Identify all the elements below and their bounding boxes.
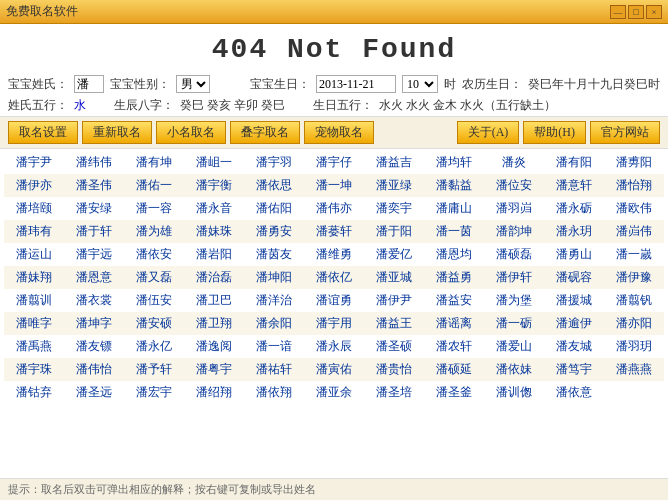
name-cell[interactable]: 潘一茵 — [424, 220, 484, 243]
name-cell[interactable]: 潘佑阳 — [244, 197, 304, 220]
name-cell[interactable]: 潘逸阅 — [184, 335, 244, 358]
name-cell[interactable]: 潘砚容 — [544, 266, 604, 289]
rename-button[interactable]: 重新取名 — [82, 121, 152, 144]
nickname-button[interactable]: 小名取名 — [156, 121, 226, 144]
name-cell[interactable]: 潘硕延 — [424, 358, 484, 381]
name-cell[interactable]: 潘圣伟 — [64, 174, 124, 197]
name-cell[interactable]: 潘洋治 — [244, 289, 304, 312]
name-cell[interactable]: 潘纬伟 — [64, 151, 124, 174]
name-cell[interactable]: 潘益王 — [364, 312, 424, 335]
name-cell[interactable]: 潘坤字 — [64, 312, 124, 335]
name-cell[interactable]: 潘恩均 — [424, 243, 484, 266]
name-cell[interactable]: 潘安硕 — [124, 312, 184, 335]
name-cell[interactable]: 潘为堡 — [484, 289, 544, 312]
name-cell[interactable]: 潘圣远 — [64, 381, 124, 404]
name-cell[interactable]: 潘亚绿 — [364, 174, 424, 197]
name-cell[interactable]: 潘岿伟 — [604, 220, 664, 243]
name-cell[interactable]: 潘依翔 — [244, 381, 304, 404]
name-cell[interactable]: 潘永玥 — [544, 220, 604, 243]
name-cell[interactable]: 潘爱亿 — [364, 243, 424, 266]
name-cell[interactable]: 潘羽岿 — [484, 197, 544, 220]
name-cell[interactable]: 潘永亿 — [124, 335, 184, 358]
name-cell[interactable]: 潘祐轩 — [244, 358, 304, 381]
help-button[interactable]: 帮助(H) — [523, 121, 586, 144]
name-cell[interactable]: 潘佑一 — [124, 174, 184, 197]
name-cell[interactable]: 潘逾伊 — [544, 312, 604, 335]
name-cell[interactable]: 潘玮有 — [4, 220, 64, 243]
settings-button[interactable]: 取名设置 — [8, 121, 78, 144]
name-cell[interactable]: 潘宇衡 — [184, 174, 244, 197]
name-cell[interactable]: 潘运山 — [4, 243, 64, 266]
name-cell[interactable]: 潘宇珠 — [4, 358, 64, 381]
name-cell[interactable]: 潘硕磊 — [484, 243, 544, 266]
name-cell[interactable]: 潘伍安 — [124, 289, 184, 312]
name-cell[interactable]: 潘永音 — [184, 197, 244, 220]
name-cell[interactable]: 潘伊轩 — [484, 266, 544, 289]
name-cell[interactable]: 潘唯字 — [4, 312, 64, 335]
double-name-button[interactable]: 叠字取名 — [230, 121, 300, 144]
name-cell[interactable]: 潘岨一 — [184, 151, 244, 174]
minimize-button[interactable]: — — [610, 5, 626, 19]
name-cell[interactable]: 潘亦阳 — [604, 312, 664, 335]
name-cell[interactable]: 潘于阳 — [364, 220, 424, 243]
close-button[interactable]: × — [646, 5, 662, 19]
name-cell[interactable]: 潘余阳 — [244, 312, 304, 335]
name-cell[interactable]: 潘友镖 — [64, 335, 124, 358]
name-cell[interactable]: 潘于轩 — [64, 220, 124, 243]
name-cell[interactable]: 潘谣离 — [424, 312, 484, 335]
name-cell[interactable]: 潘宇尹 — [4, 151, 64, 174]
name-cell[interactable]: 潘羽玥 — [604, 335, 664, 358]
name-cell[interactable]: 潘宇羽 — [244, 151, 304, 174]
name-cell[interactable]: 潘爱山 — [484, 335, 544, 358]
name-cell[interactable]: 潘依妹 — [484, 358, 544, 381]
name-cell[interactable]: 潘伊豫 — [604, 266, 664, 289]
name-cell[interactable]: 潘绍翔 — [184, 381, 244, 404]
name-cell[interactable]: 潘勇山 — [544, 243, 604, 266]
name-cell[interactable]: 潘岩阳 — [184, 243, 244, 266]
name-cell[interactable]: 潘欧伟 — [604, 197, 664, 220]
name-cell[interactable]: 潘茵友 — [244, 243, 304, 266]
gender-select[interactable]: 男 女 — [176, 75, 210, 93]
name-cell[interactable]: 潘永辰 — [304, 335, 364, 358]
birthday-input[interactable] — [316, 75, 396, 93]
name-cell[interactable]: 潘维勇 — [304, 243, 364, 266]
name-cell[interactable]: 潘韵坤 — [484, 220, 544, 243]
name-cell[interactable]: 潘翦钒 — [604, 289, 664, 312]
name-cell[interactable]: 潘伊亦 — [4, 174, 64, 197]
name-cell[interactable]: 潘笃宇 — [544, 358, 604, 381]
name-cell[interactable]: 潘依意 — [544, 381, 604, 404]
name-cell[interactable]: 潘禹燕 — [4, 335, 64, 358]
name-cell[interactable]: 潘坤阳 — [244, 266, 304, 289]
name-cell[interactable]: 潘亚城 — [364, 266, 424, 289]
name-cell[interactable]: 潘依亿 — [304, 266, 364, 289]
name-cell[interactable]: 潘勇安 — [244, 220, 304, 243]
name-cell[interactable]: 潘位安 — [484, 174, 544, 197]
name-cell[interactable]: 潘一容 — [124, 197, 184, 220]
name-cell[interactable]: 潘一谙 — [244, 335, 304, 358]
name-cell[interactable]: 潘宇仔 — [304, 151, 364, 174]
name-cell[interactable]: 潘援城 — [544, 289, 604, 312]
name-cell[interactable]: 潘治磊 — [184, 266, 244, 289]
name-cell[interactable]: 潘蒌轩 — [304, 220, 364, 243]
name-cell[interactable]: 潘圣硕 — [364, 335, 424, 358]
name-cell[interactable]: 潘旉阳 — [604, 151, 664, 174]
name-cell[interactable]: 潘一坤 — [304, 174, 364, 197]
name-cell[interactable]: 潘炎 — [484, 151, 544, 174]
name-cell[interactable]: 潘为雄 — [124, 220, 184, 243]
name-cell[interactable]: 潘谊勇 — [304, 289, 364, 312]
name-cell[interactable]: 潘怡翔 — [604, 174, 664, 197]
name-cell[interactable]: 潘卫巴 — [184, 289, 244, 312]
name-cell[interactable]: 潘粤宇 — [184, 358, 244, 381]
name-cell[interactable]: 潘妹翔 — [4, 266, 64, 289]
pet-name-button[interactable]: 宠物取名 — [304, 121, 374, 144]
name-cell[interactable]: 潘益安 — [424, 289, 484, 312]
name-cell[interactable]: 潘钴弃 — [4, 381, 64, 404]
name-cell[interactable]: 潘一嵗 — [604, 243, 664, 266]
name-cell[interactable]: 潘宇用 — [304, 312, 364, 335]
surname-input[interactable] — [74, 75, 104, 93]
name-cell[interactable]: 潘益勇 — [424, 266, 484, 289]
name-cell[interactable]: 潘培颐 — [4, 197, 64, 220]
name-cell[interactable]: 潘安绿 — [64, 197, 124, 220]
name-cell[interactable]: 潘有阳 — [544, 151, 604, 174]
name-cell[interactable]: 潘衣裳 — [64, 289, 124, 312]
